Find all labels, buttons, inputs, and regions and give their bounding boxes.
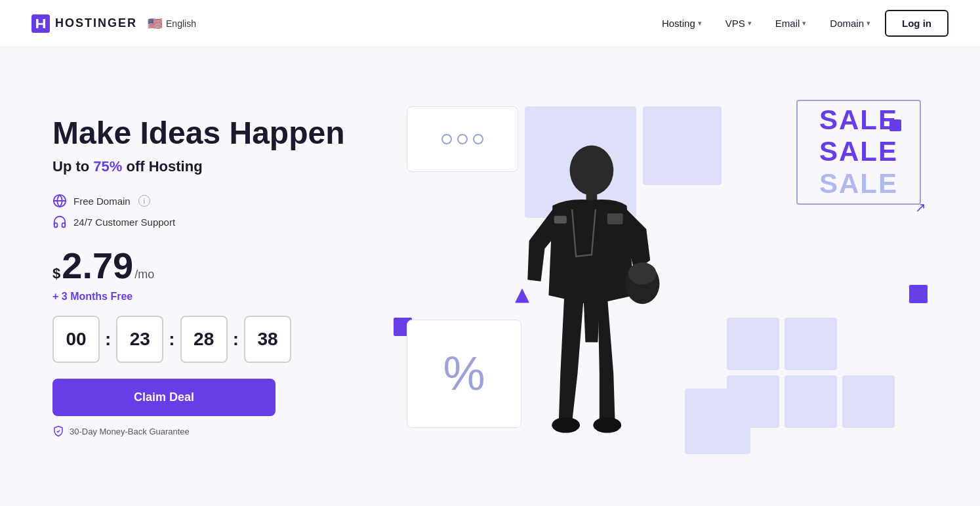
hero-illustration: % SALE SALE SALE ↗	[394, 87, 928, 467]
countdown-sep-3: :	[233, 329, 239, 350]
grid-sq-1	[727, 318, 779, 370]
hero-title: Make Ideas Happen	[52, 116, 367, 151]
sale-line-3: SALE	[819, 168, 898, 200]
price-block: $ 2.79 /mo	[52, 247, 367, 284]
login-button[interactable]: Log in	[885, 10, 949, 37]
price-dollar: $	[52, 265, 60, 282]
grid-sq-5	[785, 375, 837, 428]
price-period: /mo	[134, 268, 154, 282]
nav-hosting[interactable]: Hosting ▾	[653, 12, 711, 34]
feature-domain: Free Domain i	[52, 194, 367, 208]
countdown-hours: 00	[52, 316, 100, 363]
language-label: English	[166, 18, 196, 29]
chevron-down-icon: ▾	[802, 19, 806, 28]
hero-section: Make Ideas Happen Up to 75% off Hosting …	[0, 47, 980, 506]
browser-dot-1	[441, 134, 452, 144]
sale-line-2: SALE	[819, 136, 898, 167]
chevron-down-icon: ▾	[748, 19, 752, 28]
globe-icon	[52, 194, 67, 208]
grid-sq-3	[842, 318, 895, 370]
sale-line-1: SALE	[819, 104, 898, 136]
guarantee-label: 30-Day Money-Back Guarantee	[52, 425, 367, 437]
countdown-seconds: 28	[180, 316, 228, 363]
browser-dot-2	[457, 134, 468, 144]
headset-icon	[52, 215, 67, 229]
nav-email[interactable]: Email ▾	[766, 12, 816, 34]
svg-point-5	[628, 263, 657, 284]
logo-text: HOSTINGER	[55, 16, 137, 30]
nav-domain[interactable]: Domain ▾	[821, 12, 880, 34]
price-main: 2.79	[62, 247, 133, 284]
shield-icon	[52, 425, 64, 437]
guarantee-text: 30-Day Money-Back Guarantee	[70, 427, 190, 436]
nav-left: HOSTINGER 🇺🇸 English	[31, 14, 196, 33]
grid-sq-4	[727, 375, 779, 428]
countdown-timer: 00 : 23 : 28 : 38	[52, 316, 367, 363]
logo-icon	[31, 14, 50, 33]
person-svg	[485, 139, 682, 467]
grid-sq-6	[842, 375, 895, 428]
countdown-sep-1: :	[105, 329, 111, 350]
navbar: HOSTINGER 🇺🇸 English Hosting ▾ VPS ▾ Ema…	[0, 0, 980, 47]
language-selector[interactable]: 🇺🇸 English	[148, 16, 196, 31]
feature-support: 24/7 Customer Support	[52, 215, 367, 229]
claim-deal-button[interactable]: Claim Deal	[52, 379, 276, 416]
cursor-icon: ↗	[915, 200, 926, 215]
svg-rect-9	[554, 215, 567, 223]
countdown-millis: 38	[244, 316, 291, 363]
svg-point-2	[570, 145, 614, 195]
flag-icon: 🇺🇸	[148, 16, 162, 31]
grid-sq-2	[785, 318, 837, 370]
countdown-minutes: 23	[116, 316, 163, 363]
sale-card: SALE SALE SALE ↗	[796, 100, 921, 205]
feature-support-label: 24/7 Customer Support	[73, 217, 175, 228]
nav-right: Hosting ▾ VPS ▾ Email ▾ Domain ▾ Log in	[653, 10, 949, 37]
hero-content: Make Ideas Happen Up to 75% off Hosting …	[52, 116, 367, 438]
hero-subtitle: Up to 75% off Hosting	[52, 158, 367, 175]
grid-squares	[727, 318, 895, 428]
purple-square-right	[909, 285, 928, 303]
chevron-down-icon: ▾	[698, 19, 702, 28]
info-icon[interactable]: i	[138, 195, 150, 207]
logo[interactable]: HOSTINGER	[31, 14, 137, 33]
svg-rect-8	[607, 213, 623, 224]
person-illustration	[472, 126, 695, 467]
features-list: Free Domain i 24/7 Customer Support	[52, 194, 367, 229]
svg-point-7	[593, 417, 621, 432]
countdown-sep-2: :	[169, 329, 174, 350]
nav-vps[interactable]: VPS ▾	[716, 12, 761, 34]
svg-point-6	[552, 417, 580, 432]
feature-domain-label: Free Domain	[73, 196, 131, 207]
months-free: + 3 Months Free	[52, 291, 367, 303]
chevron-down-icon: ▾	[867, 19, 870, 28]
